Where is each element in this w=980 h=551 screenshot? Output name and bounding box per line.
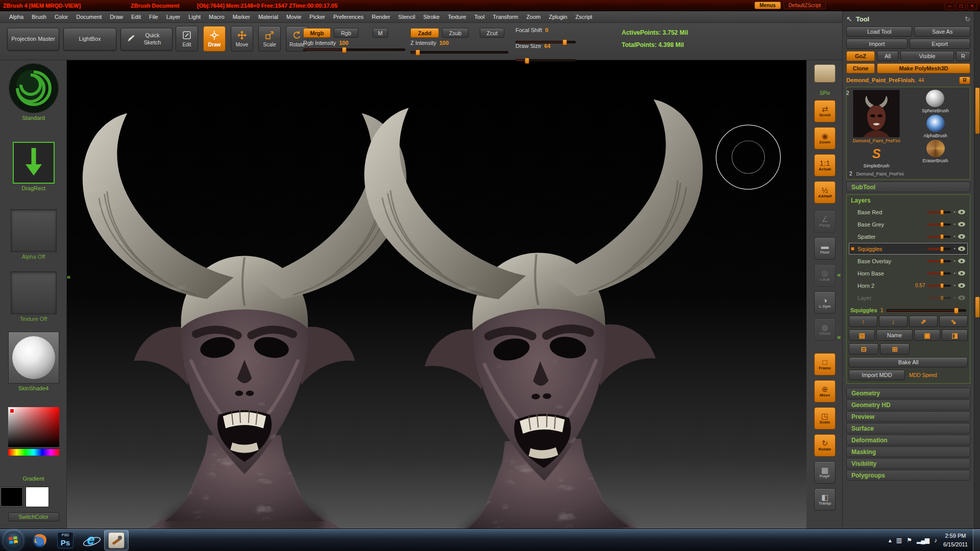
goz-button[interactable]: GoZ	[846, 51, 875, 61]
layer-intensity-slider[interactable]	[927, 285, 951, 287]
layer-intensity-slider[interactable]	[927, 272, 951, 274]
tool-section-header[interactable]: Preview	[846, 411, 970, 422]
menu-item[interactable]: Stroke	[419, 12, 444, 21]
scroll-button[interactable]: ⇄ Scroll	[814, 100, 836, 122]
window-control-button[interactable]: –	[945, 3, 954, 10]
standard-brush-thumbnail[interactable]	[9, 63, 59, 113]
simplebrush-item[interactable]: S SimpleBrush	[863, 145, 889, 168]
palette-scrollbar[interactable]	[974, 11, 980, 529]
layer-visibility-eye-icon[interactable]	[958, 259, 965, 263]
layer-intensity-slider[interactable]	[927, 297, 951, 299]
layer-record-icon[interactable]: •	[953, 222, 955, 227]
menu-item[interactable]: Zplugin	[545, 12, 571, 21]
export-button[interactable]: Export	[910, 39, 971, 49]
layer-copy-button[interactable]: ▣	[914, 330, 940, 341]
frame-button[interactable]: □ Frame	[814, 353, 836, 375]
zoom-button[interactable]: ◉ Zoom	[814, 127, 836, 149]
network-icon[interactable]: ▂▄▆	[917, 537, 929, 544]
internet-explorer-taskbar-button[interactable]: e	[79, 530, 103, 550]
current-tool-thumbnail[interactable]: 2	[853, 90, 900, 137]
tool-section-header[interactable]: Geometry HD	[846, 399, 970, 410]
layer-intensity-slider[interactable]	[927, 223, 951, 226]
menu-item[interactable]: Material	[254, 12, 282, 21]
window-control-button[interactable]: ×	[967, 3, 977, 10]
make-polymesh3d-button[interactable]: Make PolyMesh3D	[877, 63, 970, 73]
layer-down-button[interactable]: ↓	[879, 316, 908, 327]
material-thumbnail[interactable]	[8, 332, 59, 384]
alpha-thumbnail[interactable]	[11, 209, 57, 252]
scale-gizmo-button[interactable]: ◳ Scale	[814, 407, 836, 430]
zsub-button[interactable]: Zsub	[442, 28, 469, 38]
aahalf-button[interactable]: ½ AAHalf	[814, 181, 836, 204]
layer-visibility-eye-icon[interactable]	[958, 210, 965, 214]
layer-up-button[interactable]: ↑	[849, 316, 877, 327]
secondary-color-swatch[interactable]	[26, 487, 49, 507]
subtool-section-header[interactable]: SubTool	[846, 182, 970, 192]
draw-mode-button[interactable]: Draw	[203, 26, 226, 52]
eraserbrush-item[interactable]: EraserBrush	[922, 140, 948, 163]
show-desktop-button[interactable]	[973, 529, 980, 551]
draw-size-slider[interactable]	[516, 59, 576, 62]
switch-color-button[interactable]: SwitchColor	[8, 512, 59, 521]
zbrush-taskbar-button[interactable]	[104, 530, 129, 550]
dragrect-stroke-thumbnail[interactable]	[13, 142, 55, 184]
layer-row[interactable]: Squiggles •	[849, 243, 968, 255]
quick-sketch-button[interactable]: Quick Sketch	[120, 28, 173, 51]
layer-name-button[interactable]: Name	[876, 330, 913, 341]
layer-record-icon[interactable]: •	[953, 283, 955, 288]
menu-item[interactable]: Alpha	[5, 12, 28, 21]
projection-master-button[interactable]: Projection Master	[7, 28, 59, 51]
layer-merge-button[interactable]: ⊞	[880, 343, 910, 355]
import-mdd-button[interactable]: Import MDD	[849, 370, 905, 380]
right-tray-divider-arrow[interactable]: «	[837, 271, 841, 278]
layer-paste-button[interactable]: ◨	[942, 330, 968, 341]
m-button[interactable]: M	[373, 28, 388, 38]
main-color-swatch[interactable]	[0, 487, 23, 507]
layer-record-icon[interactable]: •	[953, 259, 955, 264]
action-center-flag-icon[interactable]: ⚑	[906, 537, 912, 544]
layers-header[interactable]: Layers	[849, 197, 968, 205]
right-tray-divider-arrow-2[interactable]: «	[837, 334, 841, 340]
menu-item[interactable]: Layer	[162, 12, 185, 21]
layer-intensity-slider[interactable]	[927, 236, 951, 238]
alphabrush-item[interactable]: AlphaBrush	[923, 115, 947, 138]
save-as-button[interactable]: Save As	[914, 27, 970, 37]
rgb-button[interactable]: Rgb	[334, 28, 358, 38]
scrollbar-thumb[interactable]	[975, 88, 979, 134]
layer-record-icon[interactable]: •	[953, 246, 955, 252]
bpr-render-button[interactable]	[814, 64, 836, 83]
menu-item[interactable]: Tool	[470, 12, 488, 21]
import-button[interactable]: Import	[846, 39, 908, 49]
selected-layer-slider[interactable]	[887, 309, 966, 312]
layer-stack-button[interactable]: ▤	[849, 330, 875, 341]
layer-visibility-eye-icon[interactable]	[958, 246, 965, 251]
goz-r-button[interactable]: R	[956, 51, 970, 61]
tool-section-header[interactable]: Surface	[846, 423, 970, 434]
z-intensity-slider[interactable]	[410, 51, 508, 54]
menu-item[interactable]: Light	[184, 12, 205, 21]
layer-visibility-eye-icon[interactable]	[958, 295, 965, 300]
spherebrush-item[interactable]: SphereBrush	[922, 90, 949, 113]
menu-item[interactable]: Movie	[282, 12, 305, 21]
saturation-value-square[interactable]	[8, 407, 59, 447]
palette-refresh-icon[interactable]: ↻	[965, 15, 970, 23]
actual-size-button[interactable]: 1:1 Actual	[814, 154, 836, 177]
layer-intensity-slider[interactable]	[927, 248, 951, 250]
start-button[interactable]	[3, 530, 23, 550]
layer-row[interactable]: Horn Base •	[849, 267, 968, 279]
goz-all-button[interactable]: All	[877, 51, 898, 61]
menu-item[interactable]: Render	[368, 12, 394, 21]
goz-visible-button[interactable]: Visible	[900, 51, 954, 61]
layer-intensity-slider[interactable]	[927, 260, 951, 262]
menu-item[interactable]: File	[145, 12, 162, 21]
menu-item[interactable]: Texture	[444, 12, 470, 21]
window-control-button[interactable]: □	[956, 3, 966, 10]
layer-send-button[interactable]: ⇘	[939, 316, 968, 327]
load-tool-button[interactable]: Load Tool	[846, 27, 912, 37]
volume-icon[interactable]: ♪	[934, 537, 937, 544]
layer-row[interactable]: Base Red •	[849, 206, 968, 218]
layer-row[interactable]: Base Overlay •	[849, 255, 968, 267]
palette-dock-arrow-icon[interactable]: ↖	[846, 15, 852, 23]
scale-mode-button[interactable]: Scale	[258, 26, 281, 52]
rotate-gizmo-button[interactable]: ↻ Rotate	[814, 434, 836, 457]
